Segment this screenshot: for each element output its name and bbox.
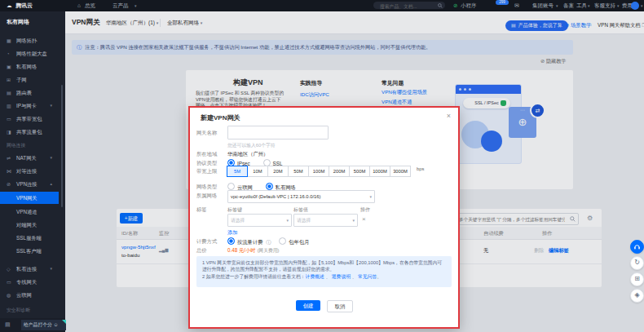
close-icon[interactable]: × bbox=[447, 112, 451, 120]
customer-service-button[interactable] bbox=[630, 240, 644, 254]
bandwidth-label: 带宽上限 bbox=[196, 168, 227, 175]
billing-info-icon: ⓘ bbox=[266, 239, 271, 245]
bandwidth-3000m[interactable]: 3000M bbox=[390, 166, 411, 177]
protocol-label: 协议类型 bbox=[196, 160, 227, 167]
cancel-button[interactable]: 取消 bbox=[327, 300, 353, 312]
bandwidth-10m[interactable]: 10M bbox=[247, 166, 268, 177]
tag-key-header: 标签键 bbox=[227, 206, 242, 214]
billing-label: 计费方式 bbox=[196, 238, 227, 246]
tag-key-select[interactable]: 请选择▾ bbox=[227, 214, 292, 227]
radio-prepaid[interactable] bbox=[279, 237, 286, 245]
gateway-name-hint: 您还可以输入60个字符 bbox=[227, 142, 276, 149]
billing-overview-link[interactable]: 计费概述 bbox=[306, 274, 324, 279]
radio-ccn[interactable] bbox=[227, 183, 235, 190]
gateway-name-field bbox=[227, 126, 329, 139]
headset-icon bbox=[633, 243, 641, 250]
refund-link[interactable]: 退费说明 bbox=[332, 274, 351, 279]
bandwidth-100m[interactable]: 100M bbox=[308, 166, 329, 177]
bandwidth-1000m[interactable]: 1000M bbox=[369, 166, 390, 177]
vpc-label: 所属网络 bbox=[196, 193, 227, 200]
radio-pay-by-traffic[interactable] bbox=[227, 237, 235, 245]
survey-button[interactable]: ⊞ bbox=[630, 272, 644, 286]
modal-title: 新建VPN网关 bbox=[201, 113, 240, 122]
bandwidth-200m[interactable]: 200M bbox=[329, 166, 350, 177]
total-price-label: 总价 bbox=[196, 247, 227, 255]
activity-button[interactable]: ◈ bbox=[630, 289, 644, 303]
network-type-label: 网络类型 bbox=[196, 184, 227, 191]
vpc-select[interactable]: vpc-eyutlio0f (Default-VPC | 172.16.0.0/… bbox=[227, 190, 375, 203]
bandwidth-20m[interactable]: 20M bbox=[267, 166, 289, 177]
region-value: 华南地区（广州） bbox=[227, 151, 268, 158]
gateway-price: 0.48 元/小时 (网关费用) bbox=[227, 247, 279, 255]
reload-icon: ↻ bbox=[634, 259, 640, 266]
chevron-down-icon: ▾ bbox=[352, 215, 355, 226]
remove-tag-icon[interactable]: × bbox=[362, 215, 366, 223]
chevron-down-icon: ▾ bbox=[369, 191, 372, 202]
billing-options: 按流量计费 ⓘ 包年包月 bbox=[227, 237, 309, 246]
create-button[interactable]: 创建 bbox=[296, 300, 320, 311]
gift-icon: ◈ bbox=[634, 291, 639, 299]
bandwidth-unit: bps bbox=[417, 166, 424, 171]
gateway-name-label: 网关名称 bbox=[196, 130, 227, 137]
region-label: 所在地域 bbox=[196, 151, 227, 158]
bandwidth-500m[interactable]: 500M bbox=[349, 166, 370, 177]
tag-op-header: 操作 bbox=[360, 206, 370, 214]
bandwidth-5m[interactable]: 5M bbox=[227, 166, 248, 177]
radio-vpc[interactable] bbox=[266, 183, 273, 190]
bandwidth-50m[interactable]: 50M bbox=[288, 166, 309, 177]
gateway-name-input[interactable] bbox=[231, 127, 327, 139]
form-icon: ⊞ bbox=[634, 275, 640, 282]
notice-line-1: 1 VPN 网关带宽目前仅支持部分带宽范围内升降配，如【5,100】Mbps和【… bbox=[202, 260, 442, 272]
bandwidth-options: 5M10M20M50M100M200M500M1000M3000M bps bbox=[227, 166, 424, 177]
refresh-feedback-button[interactable]: ↻ bbox=[630, 256, 644, 270]
faq-link[interactable]: 常见问答 bbox=[358, 274, 377, 279]
notice-line-2: 2 如果您想进一步了解费用详情请前往查看文档： bbox=[202, 274, 306, 279]
chevron-down-icon: ▾ bbox=[286, 215, 289, 226]
add-tag-link[interactable]: 添加 bbox=[227, 229, 237, 237]
tag-value-header: 标签值 bbox=[293, 206, 308, 214]
tag-value-select[interactable]: 请选择▾ bbox=[293, 214, 358, 227]
create-vpn-gateway-modal: 新建VPN网关 × 网关名称 您还可以输入60个字符 所在地域 华南地区（广州）… bbox=[188, 106, 460, 329]
tencent-cloud-console: ☁ 腾讯云 ⌂ 总览 云产品 ▾ ⊘ 小程序 ✉ 299 集团账号 ▾ 备案 工… bbox=[0, 0, 644, 332]
tags-label: 标签 bbox=[196, 206, 227, 214]
billing-notice-box: 1 VPN 网关带宽目前仅支持部分带宽范围内升降配，如【5,100】Mbps和【… bbox=[196, 256, 452, 287]
